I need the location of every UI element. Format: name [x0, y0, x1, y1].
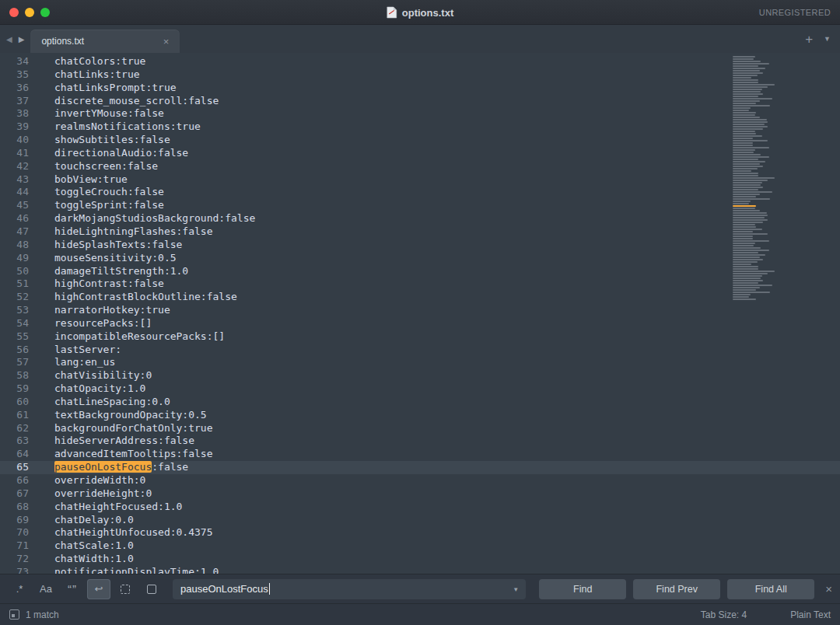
code-line[interactable]: 45toggleSprint:false [0, 199, 840, 212]
code-line[interactable]: 49mouseSensitivity:0.5 [0, 252, 840, 265]
search-input[interactable]: pauseOnLostFocus ▼ [173, 579, 526, 599]
code-line[interactable]: 71chatScale:1.0 [0, 539, 840, 553]
code-line[interactable]: 63hideServerAddress:false [0, 435, 840, 448]
highlight-matches-icon [147, 585, 156, 594]
code-line[interactable]: 53narratorHotkey:true [0, 304, 840, 317]
code-line[interactable]: 46darkMojangStudiosBackground:false [0, 212, 840, 225]
line-text: bobView:true [54, 173, 128, 187]
tab-back-icon[interactable]: ◀ [6, 35, 12, 44]
minimap-line [733, 96, 758, 97]
highlight-matches-toggle[interactable] [140, 579, 163, 599]
in-selection-toggle[interactable] [114, 579, 137, 599]
line-number: 38 [0, 107, 36, 120]
code-line[interactable]: 34chatColors:true [0, 55, 840, 68]
code-line[interactable]: 57lang:en_us [0, 356, 840, 369]
new-tab-icon[interactable]: + [805, 33, 813, 46]
code-line[interactable]: 59chatOpacity:1.0 [0, 382, 840, 396]
code-line[interactable]: 51highContrast:false [0, 278, 840, 291]
close-button[interactable] [9, 8, 19, 17]
whole-word-toggle[interactable]: “” [61, 579, 84, 599]
code-line[interactable]: 58chatVisibility:0 [0, 369, 840, 382]
line-text: hideLightningFlashes:false [54, 225, 213, 239]
line-number: 64 [0, 448, 36, 461]
code-view[interactable]: 34chatColors:true35chatLinks:true36chatL… [0, 53, 840, 574]
tab-overflow-icon[interactable]: ▼ [824, 35, 831, 43]
minimize-button[interactable] [25, 8, 34, 17]
line-number: 36 [0, 82, 36, 95]
minimap-line [733, 292, 770, 293]
code-line[interactable]: 39realmsNotifications:true [0, 120, 840, 134]
editor-area[interactable]: 34chatColors:true35chatLinks:true36chatL… [0, 53, 840, 574]
code-line[interactable]: 55incompatibleResourcePacks:[] [0, 330, 840, 344]
code-line[interactable]: 73notificationDisplayTime:1.0 [0, 566, 840, 574]
minimap-line [733, 217, 765, 218]
minimap-line [733, 89, 762, 90]
code-line[interactable]: 44toggleCrouch:false [0, 186, 840, 199]
search-history-chevron-icon[interactable]: ▼ [513, 586, 519, 593]
code-line[interactable]: 50damageTiltStrength:1.0 [0, 265, 840, 278]
minimap-line [733, 170, 751, 172]
wrap-toggle[interactable]: ↩ [87, 579, 110, 599]
code-line[interactable]: 52highContrastBlockOutline:false [0, 291, 840, 304]
line-number: 62 [0, 422, 36, 435]
code-line[interactable]: 66overrideWidth:0 [0, 474, 840, 487]
minimap-line [733, 180, 768, 181]
minimap-line [733, 275, 762, 277]
zoom-button[interactable] [40, 8, 50, 17]
code-line[interactable]: 37discrete_mouse_scroll:false [0, 95, 840, 108]
syntax-indicator[interactable]: Plain Text [790, 609, 831, 620]
code-line[interactable]: 69chatDelay:0.0 [0, 514, 840, 527]
code-line[interactable]: 56lastServer: [0, 344, 840, 357]
code-line[interactable]: 36chatLinksPrompt:true [0, 82, 840, 95]
find-all-button[interactable]: Find All [727, 579, 814, 599]
line-text: chatVisibility:0 [54, 369, 152, 382]
minimap[interactable] [731, 56, 840, 574]
tab-size-indicator[interactable]: Tab Size: 4 [701, 609, 747, 620]
search-query: pauseOnLostFocus [180, 583, 268, 595]
find-close-icon[interactable]: × [825, 582, 832, 595]
code-line[interactable]: 48hideSplashTexts:false [0, 239, 840, 252]
minimap-line [733, 215, 768, 216]
code-line[interactable]: 62backgroundForChatOnly:true [0, 422, 840, 435]
tab-close-icon[interactable]: × [160, 35, 173, 48]
minimap-line [733, 105, 770, 106]
panel-toggle-icon[interactable] [9, 609, 19, 620]
line-number: 48 [0, 239, 36, 252]
minimap-line [733, 119, 767, 120]
code-line[interactable]: 38invertYMouse:false [0, 107, 840, 120]
minimap-line [733, 280, 763, 281]
code-line[interactable]: 68chatHeightFocused:1.0 [0, 501, 840, 514]
find-button[interactable]: Find [539, 579, 626, 599]
line-number: 52 [0, 291, 36, 304]
minimap-line [733, 210, 760, 211]
case-sensitive-toggle[interactable]: Aa [34, 579, 58, 599]
code-line[interactable]: 41directionalAudio:false [0, 147, 840, 160]
sublime-window: options.txt UNREGISTERED ◀ ▶ options.txt… [0, 0, 840, 625]
tab-forward-icon[interactable]: ▶ [19, 35, 25, 44]
minimap-line [733, 219, 768, 221]
code-line[interactable]: 43bobView:true [0, 173, 840, 187]
code-line[interactable]: 60chatLineSpacing:0.0 [0, 396, 840, 409]
line-text: textBackgroundOpacity:0.5 [54, 409, 207, 422]
code-line[interactable]: 47hideLightningFlashes:false [0, 225, 840, 239]
code-line[interactable]: 67overrideHeight:0 [0, 487, 840, 501]
regex-toggle[interactable]: .* [8, 579, 31, 599]
code-line[interactable]: 70chatHeightUnfocused:0.4375 [0, 526, 840, 539]
tab-options-txt[interactable]: options.txt × [30, 30, 180, 53]
line-text: discrete_mouse_scroll:false [54, 95, 219, 108]
code-line[interactable]: 35chatLinks:true [0, 68, 840, 82]
minimap-line [733, 75, 758, 76]
minimap-line [733, 121, 768, 123]
line-number: 70 [0, 526, 36, 539]
code-line[interactable]: 72chatWidth:1.0 [0, 553, 840, 566]
code-line[interactable]: 54resourcePacks:[] [0, 317, 840, 330]
code-line[interactable]: 65pauseOnLostFocus:false [0, 461, 840, 474]
minimap-line [733, 236, 753, 237]
code-line[interactable]: 61textBackgroundOpacity:0.5 [0, 409, 840, 422]
find-prev-button[interactable]: Find Prev [633, 579, 720, 599]
code-line[interactable]: 40showSubtitles:false [0, 134, 840, 147]
code-line[interactable]: 42touchscreen:false [0, 160, 840, 173]
match-count: 1 match [26, 609, 59, 620]
code-line[interactable]: 64advancedItemTooltips:false [0, 448, 840, 461]
minimap-line [733, 243, 755, 244]
